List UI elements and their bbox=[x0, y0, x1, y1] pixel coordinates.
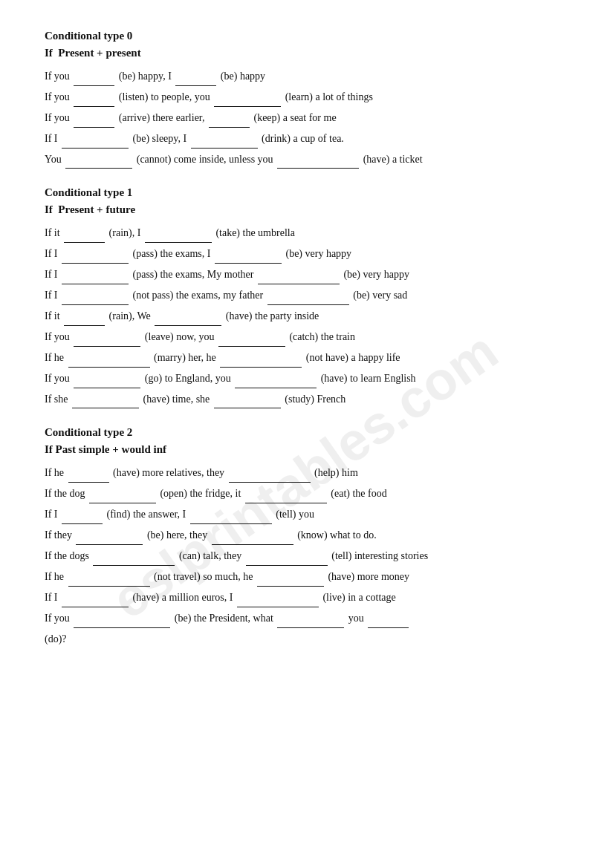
blank[interactable] bbox=[76, 544, 143, 545]
blank[interactable] bbox=[65, 168, 132, 169]
exercise-line: If you (go) to England, you (have) to le… bbox=[45, 369, 565, 388]
blank[interactable] bbox=[277, 627, 344, 628]
blank[interactable] bbox=[62, 304, 129, 305]
blank[interactable] bbox=[368, 627, 409, 628]
section-type2-title: Conditional type 2 bbox=[45, 426, 565, 439]
section-type1-subtitle: If Present + future bbox=[45, 203, 565, 216]
exercise-line: If he (marry) her, he (not have) a happy… bbox=[45, 348, 565, 368]
exercise-line: If the dog (open) the fridge, it (eat) t… bbox=[45, 484, 565, 503]
blank[interactable] bbox=[64, 242, 105, 243]
section-type0-subtitle: If Present + present bbox=[45, 47, 565, 59]
blank[interactable] bbox=[145, 242, 212, 243]
blank[interactable] bbox=[267, 304, 349, 305]
exercise-line: If it (rain), I (take) the umbrella bbox=[45, 223, 565, 243]
blank[interactable] bbox=[68, 586, 150, 587]
blank[interactable] bbox=[72, 408, 139, 408]
blank[interactable] bbox=[74, 388, 140, 388]
blank[interactable] bbox=[89, 503, 156, 503]
blank[interactable] bbox=[209, 127, 250, 128]
exercise-line: If it (rain), We (have) the party inside bbox=[45, 307, 565, 326]
blank[interactable] bbox=[277, 168, 359, 169]
blank[interactable] bbox=[155, 325, 221, 326]
section-type1: Conditional type 1 If Present + future I… bbox=[45, 186, 565, 408]
section-type2: Conditional type 2 If Past simple + woul… bbox=[45, 426, 565, 648]
section-type0: Conditional type 0 If Present + present … bbox=[45, 30, 565, 169]
exercise-line: If he (not travel) so much, he (have) mo… bbox=[45, 567, 565, 587]
blank[interactable] bbox=[257, 586, 324, 587]
exercise-line: You (cannot) come inside, unless you (ha… bbox=[45, 150, 565, 169]
section-type2-subtitle: If Past simple + would inf bbox=[45, 443, 565, 456]
exercise-line: If he (have) more relatives, they (help)… bbox=[45, 463, 565, 483]
blank[interactable] bbox=[212, 544, 293, 545]
blank[interactable] bbox=[237, 607, 319, 607]
exercise-line: If you (be) the President, what you bbox=[45, 609, 565, 628]
blank[interactable] bbox=[245, 503, 327, 503]
blank[interactable] bbox=[62, 284, 129, 284]
blank[interactable] bbox=[62, 148, 129, 149]
blank[interactable] bbox=[191, 148, 258, 149]
exercise-line: If you (arrive) there earlier, (keep) a … bbox=[45, 108, 565, 128]
blank[interactable] bbox=[74, 127, 114, 128]
blank[interactable] bbox=[175, 85, 216, 86]
section-type0-title: Conditional type 0 bbox=[45, 30, 565, 42]
exercise-line: If I (have) a million euros, I (live) in… bbox=[45, 588, 565, 607]
blank[interactable] bbox=[218, 346, 285, 347]
blank[interactable] bbox=[62, 523, 103, 524]
blank[interactable] bbox=[235, 388, 317, 388]
blank[interactable] bbox=[258, 284, 340, 284]
blank[interactable] bbox=[214, 408, 281, 408]
blank[interactable] bbox=[74, 85, 114, 86]
exercise-line-do: (do)? bbox=[45, 630, 565, 649]
blank[interactable] bbox=[62, 263, 129, 264]
blank[interactable] bbox=[190, 523, 272, 524]
section-type1-title: Conditional type 1 bbox=[45, 186, 565, 199]
blank[interactable] bbox=[215, 263, 282, 264]
blank[interactable] bbox=[74, 106, 114, 107]
exercise-line: If I (find) the answer, I (tell) you bbox=[45, 505, 565, 524]
exercise-line: If you (listen) to people, you (learn) a… bbox=[45, 88, 565, 107]
exercise-line: If they (be) here, they (know) what to d… bbox=[45, 526, 565, 545]
exercise-line: If I (pass) the exams, I (be) very happy bbox=[45, 244, 565, 264]
blank[interactable] bbox=[62, 607, 129, 607]
exercise-line: If you (leave) now, you (catch) the trai… bbox=[45, 327, 565, 347]
blank[interactable] bbox=[93, 565, 175, 566]
blank[interactable] bbox=[214, 106, 281, 107]
blank[interactable] bbox=[74, 627, 170, 628]
blank[interactable] bbox=[64, 325, 105, 326]
exercise-line: If you (be) happy, I (be) happy bbox=[45, 67, 565, 86]
blank[interactable] bbox=[229, 482, 311, 483]
exercise-line: If I (be) sleepy, I (drink) a cup of tea… bbox=[45, 129, 565, 149]
exercise-line: If the dogs (can) talk, they (tell) inte… bbox=[45, 546, 565, 566]
blank[interactable] bbox=[246, 565, 328, 566]
blank[interactable] bbox=[68, 482, 109, 483]
blank[interactable] bbox=[68, 367, 150, 368]
blank[interactable] bbox=[220, 367, 302, 368]
exercise-line: If she (have) time, she (study) French bbox=[45, 390, 565, 409]
exercise-line: If I (pass) the exams, My mother (be) ve… bbox=[45, 265, 565, 284]
blank[interactable] bbox=[74, 346, 140, 347]
exercise-line: If I (not pass) the exams, my father (be… bbox=[45, 286, 565, 305]
